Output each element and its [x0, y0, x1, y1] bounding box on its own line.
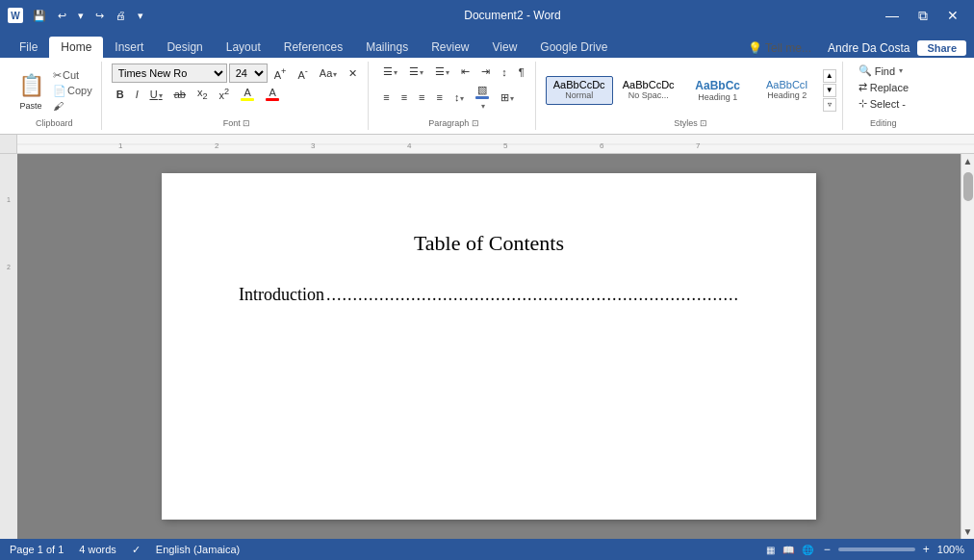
- proofing-icon[interactable]: ✓: [132, 544, 141, 556]
- align-center-button[interactable]: ≡: [397, 89, 412, 105]
- font-size-select[interactable]: 24: [229, 64, 268, 83]
- italic-button[interactable]: I: [131, 87, 143, 102]
- redo-button[interactable]: ↪: [91, 8, 108, 24]
- superscript-button[interactable]: x2: [215, 85, 235, 103]
- maximize-button[interactable]: ⧉: [910, 6, 936, 26]
- page-area[interactable]: Table of Contents Introduction..........…: [17, 154, 961, 539]
- toc-dots: ........................................…: [326, 285, 737, 305]
- cut-button[interactable]: ✂ Cut: [50, 68, 95, 83]
- underline-button[interactable]: U▾: [145, 87, 167, 102]
- sort-button[interactable]: ↕: [497, 64, 512, 80]
- search-icon: 🔍: [859, 64, 872, 77]
- style-heading1[interactable]: AaBbCc Heading 1: [684, 76, 752, 105]
- share-button[interactable]: Share: [917, 40, 966, 56]
- styles-scroll-down[interactable]: ▼: [823, 84, 836, 97]
- font-color-button[interactable]: A: [261, 85, 284, 103]
- svg-text:1: 1: [7, 196, 11, 203]
- styles-group: AaBbCcDc Normal AaBbCcDc No Spac... AaBb…: [540, 62, 843, 130]
- line-spacing-button[interactable]: ↕▾: [449, 89, 470, 105]
- scroll-up-button[interactable]: ▲: [961, 154, 974, 168]
- bold-button[interactable]: B: [112, 87, 129, 102]
- align-left-button[interactable]: ≡: [378, 89, 394, 105]
- scroll-down-button[interactable]: ▼: [961, 524, 974, 539]
- format-painter-button[interactable]: 🖌: [50, 99, 95, 113]
- page-count: Page 1 of 1: [10, 544, 64, 555]
- increase-indent-button[interactable]: ⇥: [476, 64, 495, 80]
- svg-text:7: 7: [696, 141, 701, 150]
- subscript-button[interactable]: x2: [192, 85, 213, 103]
- paragraph-controls: ☰▾ ☰▾ ☰▾ ⇤ ⇥ ↕ ¶ ≡ ≡ ≡ ≡ ↕▾ ▧ ▾ ⊞▾: [378, 64, 528, 113]
- ruler-svg: 1 2 3 4 5 6 7: [17, 135, 974, 153]
- paragraph-dialog-launcher[interactable]: ⊡: [472, 118, 479, 128]
- styles-scroll-up[interactable]: ▲: [823, 69, 836, 83]
- font-dialog-launcher[interactable]: ⊡: [243, 118, 250, 128]
- numbering-button[interactable]: ☰▾: [404, 64, 428, 80]
- zoom-in-button[interactable]: +: [923, 543, 930, 556]
- replace-button[interactable]: ⇄ Replace: [853, 80, 914, 94]
- font-family-select[interactable]: Times New Ro: [112, 64, 227, 83]
- text-highlight-button[interactable]: A: [236, 85, 259, 103]
- save-button[interactable]: 💾: [29, 8, 50, 24]
- copy-icon: 📄: [53, 85, 66, 97]
- change-case-button[interactable]: Aa▾: [315, 65, 342, 81]
- decrease-indent-button[interactable]: ⇤: [456, 64, 474, 80]
- styles-expand[interactable]: ▿: [823, 98, 836, 112]
- tell-me-button[interactable]: 💡 Tell me...: [739, 38, 820, 58]
- horizontal-ruler: 1 2 3 4 5 6 7: [17, 135, 974, 153]
- select-button[interactable]: ⊹ Select -: [853, 96, 914, 111]
- read-mode-button[interactable]: 📖: [780, 544, 797, 556]
- style-list: AaBbCcDc Normal AaBbCcDc No Spac... AaBb…: [546, 76, 821, 105]
- status-right: ▦ 📖 🌐 − + 100%: [763, 543, 964, 556]
- tab-view[interactable]: View: [481, 37, 529, 58]
- clipboard-group: 📋 Paste ✂ Cut 📄 Copy 🖌 Clipboard: [8, 62, 102, 130]
- zoom-level[interactable]: 100%: [937, 544, 964, 555]
- tab-file[interactable]: File: [8, 37, 49, 58]
- tab-layout[interactable]: Layout: [215, 37, 272, 58]
- user-name: Andre Da Costa: [828, 41, 910, 55]
- show-marks-button[interactable]: ¶: [514, 64, 529, 80]
- paste-area: 📋 Paste: [13, 68, 48, 113]
- user-area: 💡 Tell me... Andre Da Costa Share: [739, 38, 966, 58]
- customize-qa[interactable]: ▾: [134, 8, 147, 24]
- style-no-spacing[interactable]: AaBbCcDc No Spac...: [615, 76, 682, 105]
- tab-review[interactable]: Review: [420, 37, 480, 58]
- multilevel-button[interactable]: ☰▾: [430, 64, 454, 80]
- font-group: Times New Ro 24 A+ A- Aa▾ ✕ B I U▾ ab x2…: [106, 62, 370, 130]
- paragraph-label: Paragraph ⊡: [428, 116, 479, 128]
- tab-home[interactable]: Home: [49, 37, 103, 58]
- minimize-button[interactable]: —: [878, 6, 907, 26]
- styles-label: Styles ⊡: [674, 116, 707, 128]
- zoom-slider[interactable]: [838, 547, 915, 551]
- web-layout-button[interactable]: 🌐: [799, 544, 816, 556]
- language[interactable]: English (Jamaica): [156, 544, 240, 555]
- strikethrough-button[interactable]: ab: [169, 87, 191, 102]
- scroll-thumb[interactable]: [963, 172, 973, 201]
- zoom-out-button[interactable]: −: [824, 543, 831, 556]
- shading-button[interactable]: ▧ ▾: [471, 82, 494, 113]
- tab-design[interactable]: Design: [155, 37, 214, 58]
- align-right-button[interactable]: ≡: [414, 89, 429, 105]
- tab-references[interactable]: References: [272, 37, 354, 58]
- borders-button[interactable]: ⊞▾: [496, 89, 519, 106]
- styles-dialog-launcher[interactable]: ⊡: [700, 118, 707, 128]
- print-layout-button[interactable]: ▦: [763, 544, 778, 556]
- close-button[interactable]: ✕: [939, 6, 966, 26]
- find-button[interactable]: 🔍 Find ▾: [853, 64, 914, 78]
- ruler-area: 1 2 3 4 5 6 7: [0, 135, 974, 154]
- tab-insert[interactable]: Insert: [103, 37, 155, 58]
- justify-button[interactable]: ≡: [432, 89, 448, 105]
- style-normal[interactable]: AaBbCcDc Normal: [546, 76, 613, 105]
- print-button[interactable]: 🖨: [112, 8, 130, 23]
- clear-formatting-button[interactable]: ✕: [344, 65, 362, 82]
- undo-dropdown[interactable]: ▾: [74, 8, 88, 24]
- tab-mailings[interactable]: Mailings: [354, 37, 420, 58]
- word-count: 4 words: [79, 544, 116, 555]
- copy-button[interactable]: 📄 Copy: [50, 84, 95, 98]
- tab-google-drive[interactable]: Google Drive: [528, 37, 619, 58]
- paste-button[interactable]: 📋 Paste: [13, 68, 48, 113]
- font-grow-button[interactable]: A+: [269, 64, 292, 83]
- bullets-button[interactable]: ☰▾: [378, 64, 402, 80]
- style-heading2[interactable]: AaBbCcI Heading 2: [754, 76, 821, 105]
- font-shrink-button[interactable]: A-: [293, 64, 312, 83]
- undo-button[interactable]: ↩: [54, 8, 70, 24]
